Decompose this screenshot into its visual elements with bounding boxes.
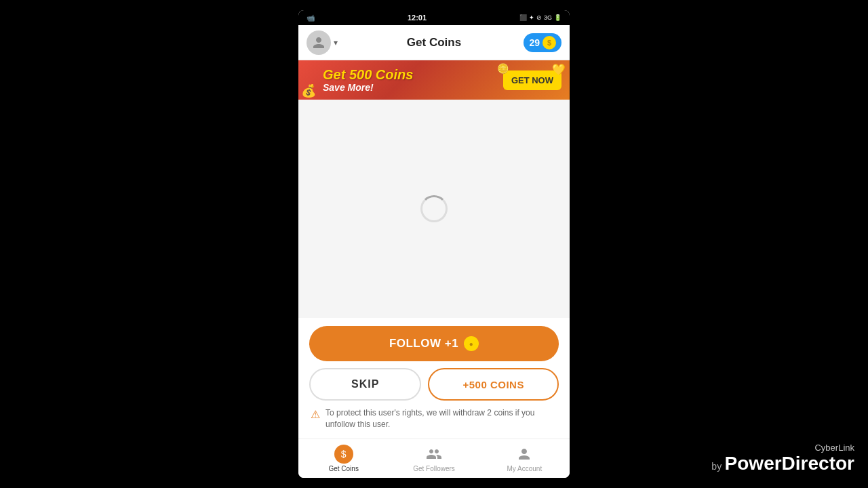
warning-row: ⚠ To protect this user's rights, we will… bbox=[309, 407, 559, 430]
tab-get-coins-label: Get Coins bbox=[328, 465, 358, 472]
brand-text: PowerDirector bbox=[725, 453, 854, 474]
banner-main-text: Get 500 Coins bbox=[323, 67, 413, 82]
banner-text-area: Get 500 Coins Save More! bbox=[307, 67, 413, 93]
get-followers-icon bbox=[425, 445, 443, 464]
loading-spinner bbox=[420, 195, 448, 222]
coins-badge[interactable]: 29 $ bbox=[524, 33, 561, 52]
main-content bbox=[298, 100, 570, 318]
tab-get-followers[interactable]: Get Followers bbox=[389, 445, 479, 472]
cyberlink-text: CyberLink bbox=[711, 443, 854, 453]
warning-icon: ⚠ bbox=[311, 408, 320, 421]
tab-my-account[interactable]: My Account bbox=[479, 445, 570, 472]
coin-icon: $ bbox=[542, 36, 556, 49]
battery-icon: 🔋 bbox=[554, 14, 561, 21]
watermark: CyberLink by PowerDirector bbox=[711, 443, 854, 474]
header-left[interactable]: ▾ bbox=[307, 30, 338, 55]
by-text: by bbox=[711, 461, 722, 472]
skip-button[interactable]: SKIP bbox=[309, 368, 421, 401]
cast-icon: ⬛ bbox=[519, 14, 527, 21]
no-disturb-icon: ⊘ bbox=[536, 14, 542, 21]
camera-icon: 📹 bbox=[307, 14, 315, 22]
coins-reward-button[interactable]: +500 COINS bbox=[428, 368, 559, 401]
banner-coin-decoration: 💛 bbox=[552, 63, 566, 76]
secondary-buttons: SKIP +500 COINS bbox=[309, 368, 559, 401]
status-time: 12:01 bbox=[408, 14, 427, 22]
banner-coin-left: 💰 bbox=[301, 83, 316, 98]
warning-text: To protect this user's rights, we will w… bbox=[326, 407, 557, 430]
page-title: Get Coins bbox=[407, 36, 461, 49]
banner-coin-right: 🪙 bbox=[497, 63, 509, 74]
app-header: ▾ Get Coins 29 $ bbox=[298, 25, 570, 60]
tab-get-coins[interactable]: $ Get Coins bbox=[298, 445, 389, 472]
avatar[interactable] bbox=[307, 30, 331, 55]
tab-bar: $ Get Coins Get Followers My Account bbox=[298, 439, 570, 478]
follow-button[interactable]: FOLLOW +1 ● bbox=[309, 326, 559, 361]
action-area: FOLLOW +1 ● SKIP +500 COINS ⚠ To protect… bbox=[298, 318, 570, 439]
status-left-icons: 📹 bbox=[307, 14, 315, 22]
my-account-icon bbox=[515, 445, 534, 464]
follow-button-label: FOLLOW +1 bbox=[389, 337, 458, 350]
follow-coin-dot: ● bbox=[464, 336, 479, 351]
phone-frame: 📹 12:01 ⬛ ✦ ⊘ 3G 🔋 ▾ Get Coins 29 $ 💰 bbox=[298, 10, 570, 478]
tab-get-followers-label: Get Followers bbox=[413, 465, 455, 472]
status-right-icons: ⬛ ✦ ⊘ 3G 🔋 bbox=[519, 14, 561, 21]
coins-count: 29 bbox=[529, 37, 540, 48]
tab-my-account-label: My Account bbox=[507, 465, 542, 472]
bluetooth-icon: ✦ bbox=[529, 14, 534, 21]
banner-sub-text: Save More! bbox=[323, 82, 413, 93]
signal-icon: 3G bbox=[544, 14, 552, 21]
promo-banner[interactable]: 💰 Get 500 Coins Save More! 🪙 GET NOW 💛 bbox=[298, 60, 570, 100]
phone-status-bar: 📹 12:01 ⬛ ✦ ⊘ 3G 🔋 bbox=[298, 10, 570, 25]
get-coins-icon: $ bbox=[334, 445, 353, 464]
watermark-line: by PowerDirector bbox=[711, 453, 854, 474]
dropdown-chevron[interactable]: ▾ bbox=[334, 38, 338, 47]
